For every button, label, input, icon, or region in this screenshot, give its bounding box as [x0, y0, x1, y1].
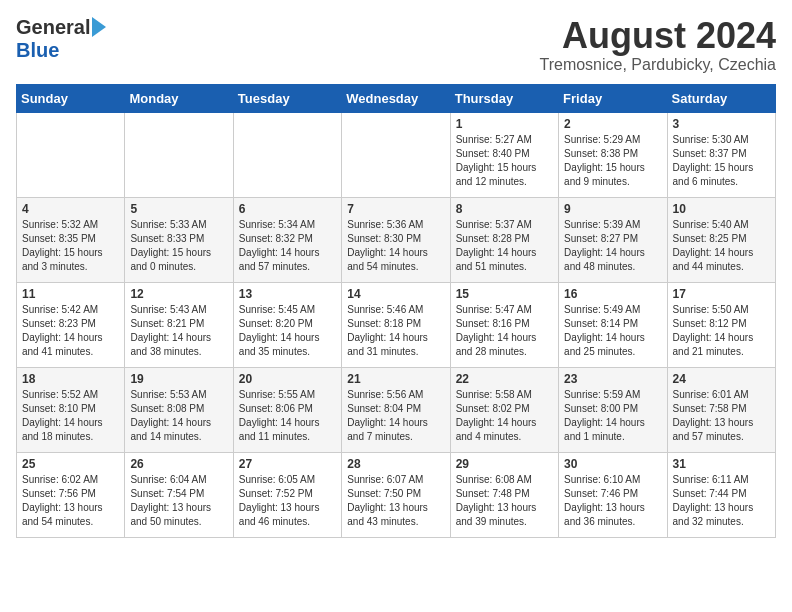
day-number: 12: [130, 287, 227, 301]
day-number: 15: [456, 287, 553, 301]
day-info: Sunrise: 5:36 AM Sunset: 8:30 PM Dayligh…: [347, 218, 444, 274]
calendar-day-cell: 18Sunrise: 5:52 AM Sunset: 8:10 PM Dayli…: [17, 367, 125, 452]
calendar-day-cell: 16Sunrise: 5:49 AM Sunset: 8:14 PM Dayli…: [559, 282, 667, 367]
calendar-day-cell: 5Sunrise: 5:33 AM Sunset: 8:33 PM Daylig…: [125, 197, 233, 282]
day-info: Sunrise: 6:11 AM Sunset: 7:44 PM Dayligh…: [673, 473, 770, 529]
day-info: Sunrise: 5:45 AM Sunset: 8:20 PM Dayligh…: [239, 303, 336, 359]
calendar-day-cell: 23Sunrise: 5:59 AM Sunset: 8:00 PM Dayli…: [559, 367, 667, 452]
calendar-day-cell: 3Sunrise: 5:30 AM Sunset: 8:37 PM Daylig…: [667, 112, 775, 197]
calendar-day-cell: 31Sunrise: 6:11 AM Sunset: 7:44 PM Dayli…: [667, 452, 775, 537]
day-info: Sunrise: 5:29 AM Sunset: 8:38 PM Dayligh…: [564, 133, 661, 189]
calendar-day-cell: [342, 112, 450, 197]
day-info: Sunrise: 6:08 AM Sunset: 7:48 PM Dayligh…: [456, 473, 553, 529]
day-info: Sunrise: 5:42 AM Sunset: 8:23 PM Dayligh…: [22, 303, 119, 359]
day-info: Sunrise: 6:04 AM Sunset: 7:54 PM Dayligh…: [130, 473, 227, 529]
day-info: Sunrise: 5:53 AM Sunset: 8:08 PM Dayligh…: [130, 388, 227, 444]
calendar-header-row: SundayMondayTuesdayWednesdayThursdayFrid…: [17, 84, 776, 112]
calendar-day-cell: 1Sunrise: 5:27 AM Sunset: 8:40 PM Daylig…: [450, 112, 558, 197]
day-info: Sunrise: 5:56 AM Sunset: 8:04 PM Dayligh…: [347, 388, 444, 444]
calendar-week-row: 4Sunrise: 5:32 AM Sunset: 8:35 PM Daylig…: [17, 197, 776, 282]
calendar-day-cell: 17Sunrise: 5:50 AM Sunset: 8:12 PM Dayli…: [667, 282, 775, 367]
day-of-week-header: Tuesday: [233, 84, 341, 112]
day-number: 9: [564, 202, 661, 216]
calendar-day-cell: 14Sunrise: 5:46 AM Sunset: 8:18 PM Dayli…: [342, 282, 450, 367]
calendar-week-row: 1Sunrise: 5:27 AM Sunset: 8:40 PM Daylig…: [17, 112, 776, 197]
calendar-day-cell: 30Sunrise: 6:10 AM Sunset: 7:46 PM Dayli…: [559, 452, 667, 537]
calendar-day-cell: 27Sunrise: 6:05 AM Sunset: 7:52 PM Dayli…: [233, 452, 341, 537]
day-info: Sunrise: 5:30 AM Sunset: 8:37 PM Dayligh…: [673, 133, 770, 189]
day-number: 10: [673, 202, 770, 216]
calendar-day-cell: [125, 112, 233, 197]
day-info: Sunrise: 5:37 AM Sunset: 8:28 PM Dayligh…: [456, 218, 553, 274]
day-number: 26: [130, 457, 227, 471]
day-number: 8: [456, 202, 553, 216]
calendar-day-cell: 29Sunrise: 6:08 AM Sunset: 7:48 PM Dayli…: [450, 452, 558, 537]
day-info: Sunrise: 5:40 AM Sunset: 8:25 PM Dayligh…: [673, 218, 770, 274]
day-number: 19: [130, 372, 227, 386]
title-area: August 2024 Tremosnice, Pardubicky, Czec…: [539, 16, 776, 74]
day-info: Sunrise: 5:34 AM Sunset: 8:32 PM Dayligh…: [239, 218, 336, 274]
day-number: 18: [22, 372, 119, 386]
day-number: 13: [239, 287, 336, 301]
calendar-day-cell: 2Sunrise: 5:29 AM Sunset: 8:38 PM Daylig…: [559, 112, 667, 197]
calendar-day-cell: 11Sunrise: 5:42 AM Sunset: 8:23 PM Dayli…: [17, 282, 125, 367]
day-number: 3: [673, 117, 770, 131]
day-info: Sunrise: 5:49 AM Sunset: 8:14 PM Dayligh…: [564, 303, 661, 359]
logo-general-text: General: [16, 16, 90, 39]
calendar-day-cell: 7Sunrise: 5:36 AM Sunset: 8:30 PM Daylig…: [342, 197, 450, 282]
day-number: 21: [347, 372, 444, 386]
day-number: 29: [456, 457, 553, 471]
day-number: 25: [22, 457, 119, 471]
page-header: General Blue August 2024 Tremosnice, Par…: [16, 16, 776, 74]
calendar-week-row: 25Sunrise: 6:02 AM Sunset: 7:56 PM Dayli…: [17, 452, 776, 537]
day-number: 22: [456, 372, 553, 386]
calendar-day-cell: 20Sunrise: 5:55 AM Sunset: 8:06 PM Dayli…: [233, 367, 341, 452]
day-info: Sunrise: 6:07 AM Sunset: 7:50 PM Dayligh…: [347, 473, 444, 529]
day-info: Sunrise: 5:55 AM Sunset: 8:06 PM Dayligh…: [239, 388, 336, 444]
calendar-title: August 2024: [539, 16, 776, 56]
calendar-day-cell: 10Sunrise: 5:40 AM Sunset: 8:25 PM Dayli…: [667, 197, 775, 282]
day-info: Sunrise: 5:27 AM Sunset: 8:40 PM Dayligh…: [456, 133, 553, 189]
calendar-day-cell: [17, 112, 125, 197]
day-number: 11: [22, 287, 119, 301]
day-number: 17: [673, 287, 770, 301]
calendar-day-cell: 24Sunrise: 6:01 AM Sunset: 7:58 PM Dayli…: [667, 367, 775, 452]
day-info: Sunrise: 5:50 AM Sunset: 8:12 PM Dayligh…: [673, 303, 770, 359]
calendar-day-cell: 21Sunrise: 5:56 AM Sunset: 8:04 PM Dayli…: [342, 367, 450, 452]
day-of-week-header: Wednesday: [342, 84, 450, 112]
day-of-week-header: Monday: [125, 84, 233, 112]
day-number: 30: [564, 457, 661, 471]
calendar-day-cell: 28Sunrise: 6:07 AM Sunset: 7:50 PM Dayli…: [342, 452, 450, 537]
day-info: Sunrise: 6:10 AM Sunset: 7:46 PM Dayligh…: [564, 473, 661, 529]
day-of-week-header: Sunday: [17, 84, 125, 112]
logo-blue-text: Blue: [16, 39, 59, 62]
day-number: 24: [673, 372, 770, 386]
day-info: Sunrise: 6:01 AM Sunset: 7:58 PM Dayligh…: [673, 388, 770, 444]
day-of-week-header: Thursday: [450, 84, 558, 112]
day-info: Sunrise: 5:59 AM Sunset: 8:00 PM Dayligh…: [564, 388, 661, 444]
day-number: 23: [564, 372, 661, 386]
logo-triangle-icon: [92, 17, 106, 37]
calendar-day-cell: 26Sunrise: 6:04 AM Sunset: 7:54 PM Dayli…: [125, 452, 233, 537]
day-info: Sunrise: 5:47 AM Sunset: 8:16 PM Dayligh…: [456, 303, 553, 359]
calendar-day-cell: 19Sunrise: 5:53 AM Sunset: 8:08 PM Dayli…: [125, 367, 233, 452]
calendar-day-cell: [233, 112, 341, 197]
day-info: Sunrise: 5:58 AM Sunset: 8:02 PM Dayligh…: [456, 388, 553, 444]
day-number: 6: [239, 202, 336, 216]
calendar-table: SundayMondayTuesdayWednesdayThursdayFrid…: [16, 84, 776, 538]
calendar-day-cell: 13Sunrise: 5:45 AM Sunset: 8:20 PM Dayli…: [233, 282, 341, 367]
calendar-day-cell: 12Sunrise: 5:43 AM Sunset: 8:21 PM Dayli…: [125, 282, 233, 367]
calendar-week-row: 11Sunrise: 5:42 AM Sunset: 8:23 PM Dayli…: [17, 282, 776, 367]
calendar-day-cell: 25Sunrise: 6:02 AM Sunset: 7:56 PM Dayli…: [17, 452, 125, 537]
day-info: Sunrise: 5:46 AM Sunset: 8:18 PM Dayligh…: [347, 303, 444, 359]
day-number: 4: [22, 202, 119, 216]
day-number: 20: [239, 372, 336, 386]
day-number: 5: [130, 202, 227, 216]
day-info: Sunrise: 5:32 AM Sunset: 8:35 PM Dayligh…: [22, 218, 119, 274]
day-number: 27: [239, 457, 336, 471]
calendar-day-cell: 22Sunrise: 5:58 AM Sunset: 8:02 PM Dayli…: [450, 367, 558, 452]
day-of-week-header: Friday: [559, 84, 667, 112]
day-info: Sunrise: 5:33 AM Sunset: 8:33 PM Dayligh…: [130, 218, 227, 274]
day-number: 1: [456, 117, 553, 131]
day-info: Sunrise: 5:43 AM Sunset: 8:21 PM Dayligh…: [130, 303, 227, 359]
